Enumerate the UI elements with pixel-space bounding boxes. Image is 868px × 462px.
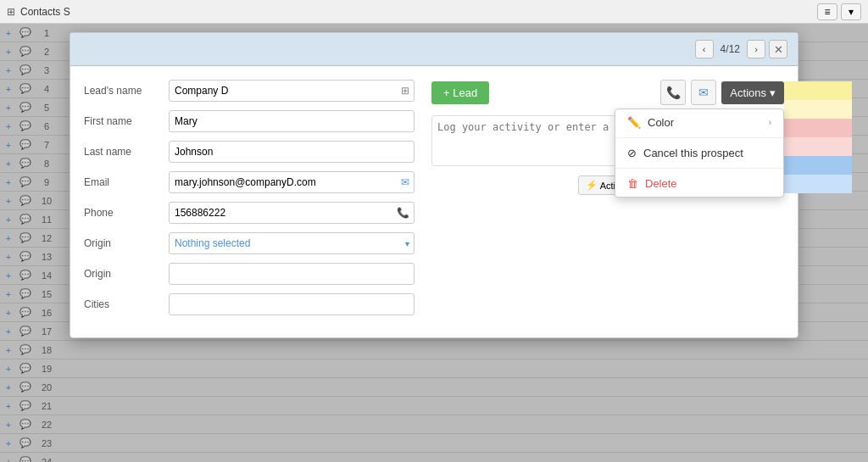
origin-input[interactable] (169, 263, 415, 285)
color-swatch-blue[interactable] (784, 156, 852, 175)
phone-call-icon: 📞 (666, 86, 681, 99)
color-swatches (784, 81, 852, 193)
main-container: + 💬 1 + 💬 2 + 💬 3 + 💬 4 + 💬 5 + 💬 6 + 💬 … (0, 24, 868, 462)
phone-icon: 📞 (397, 207, 409, 219)
first-name-label: First name (84, 115, 169, 127)
color-swatch-pink[interactable] (784, 119, 852, 137)
lead-name-wrapper: ⊞ (169, 80, 415, 102)
lead-name-icon: ⊞ (401, 85, 409, 97)
last-name-input[interactable] (169, 141, 415, 163)
modal-body: Lead's name ⊞ First name (70, 66, 798, 337)
email-row: Email ✉ (84, 171, 415, 193)
origin-input-wrapper (169, 263, 415, 285)
cities-label: Cities (84, 298, 169, 310)
email-input[interactable] (169, 171, 415, 193)
actions-container: Actions ▾ ✏️ Color › (721, 81, 784, 104)
color-label: Color (648, 116, 674, 129)
email-wrapper: ✉ (169, 171, 415, 193)
email-button[interactable]: ✉ (691, 80, 716, 105)
dropdown-divider (615, 137, 783, 138)
dropdown-divider-2 (615, 168, 783, 169)
color-swatch-light-pink[interactable] (784, 137, 852, 156)
action-buttons-row: + Lead 📞 ✉ Actions (431, 80, 784, 105)
email-send-icon: ✉ (698, 86, 709, 99)
delete-icon: 🗑 (627, 177, 638, 190)
dropdown-button[interactable]: ▾ (841, 3, 861, 20)
lead-name-row: Lead's name ⊞ (84, 80, 415, 102)
actions-label: Actions (730, 86, 766, 99)
delete-label: Delete (645, 177, 677, 190)
lead-name-input[interactable] (169, 80, 415, 102)
color-pencil-icon: ✏️ (627, 116, 641, 129)
app-title: Contacts S (20, 6, 70, 18)
contact-form: Lead's name ⊞ First name (84, 80, 415, 324)
nav-next-button[interactable]: › (747, 40, 765, 58)
origin-input-row: Origin (84, 263, 415, 285)
last-name-wrapper (169, 141, 415, 163)
last-name-label: Last name (84, 146, 169, 158)
last-name-row: Last name (84, 141, 415, 163)
modal-close-button[interactable]: ✕ (769, 40, 787, 58)
contact-modal: ‹ 4/12 › ✕ Lead's name ⊞ (70, 32, 798, 338)
actions-dropdown: ✏️ Color › ⊘ Cancel this prospect (615, 109, 784, 198)
phone-button[interactable]: 📞 (660, 80, 686, 105)
delete-menu-item[interactable]: 🗑 Delete (615, 170, 783, 197)
actions-button[interactable]: Actions ▾ (721, 81, 784, 104)
email-label: Email (84, 176, 169, 188)
first-name-input[interactable] (169, 110, 415, 132)
right-panel: + Lead 📞 ✉ Actions (431, 80, 784, 324)
origin-select[interactable]: Nothing selected (169, 232, 415, 254)
origin-select-row: Origin Nothing selected ▾ (84, 232, 415, 254)
origin-select-label: Origin (84, 237, 169, 249)
color-menu-item[interactable]: ✏️ Color › (615, 109, 783, 136)
origin-input-label: Origin (84, 268, 169, 280)
color-submenu-arrow: › (769, 118, 771, 127)
color-swatch-yellow[interactable] (784, 81, 852, 100)
color-swatch-light-yellow[interactable] (784, 100, 852, 119)
app-icon: ⊞ (7, 6, 15, 18)
origin-select-wrapper: Nothing selected ▾ (169, 232, 415, 254)
activity-icon: ⚡ (586, 180, 598, 191)
modal-header: ‹ 4/12 › ✕ (70, 33, 798, 66)
phone-label: Phone (84, 207, 169, 219)
top-bar: ⊞ Contacts S ≡ ▾ (0, 0, 868, 24)
menu-button[interactable]: ≡ (817, 3, 837, 20)
cities-wrapper (169, 293, 415, 315)
actions-arrow-icon: ▾ (770, 86, 776, 99)
first-name-wrapper (169, 110, 415, 132)
nav-prev-button[interactable]: ‹ (695, 40, 714, 58)
phone-input[interactable] (169, 202, 415, 224)
phone-wrapper: 📞 (169, 202, 415, 224)
cancel-icon: ⊘ (627, 147, 637, 159)
phone-row: Phone 📞 (84, 202, 415, 224)
color-swatch-light-blue[interactable] (784, 175, 852, 193)
lead-button[interactable]: + Lead (431, 81, 489, 104)
cities-row: Cities (84, 293, 415, 315)
cities-input[interactable] (169, 293, 415, 315)
lead-name-label: Lead's name (84, 85, 169, 97)
modal-overlay: ‹ 4/12 › ✕ Lead's name ⊞ (0, 24, 868, 462)
first-name-row: First name (84, 110, 415, 132)
email-icon: ✉ (401, 176, 409, 188)
cancel-label: Cancel this prospect (643, 147, 743, 159)
cancel-prospect-menu-item[interactable]: ⊘ Cancel this prospect (615, 140, 783, 166)
nav-count: 4/12 (717, 43, 743, 55)
table-area: + 💬 1 + 💬 2 + 💬 3 + 💬 4 + 💬 5 + 💬 6 + 💬 … (0, 24, 868, 462)
